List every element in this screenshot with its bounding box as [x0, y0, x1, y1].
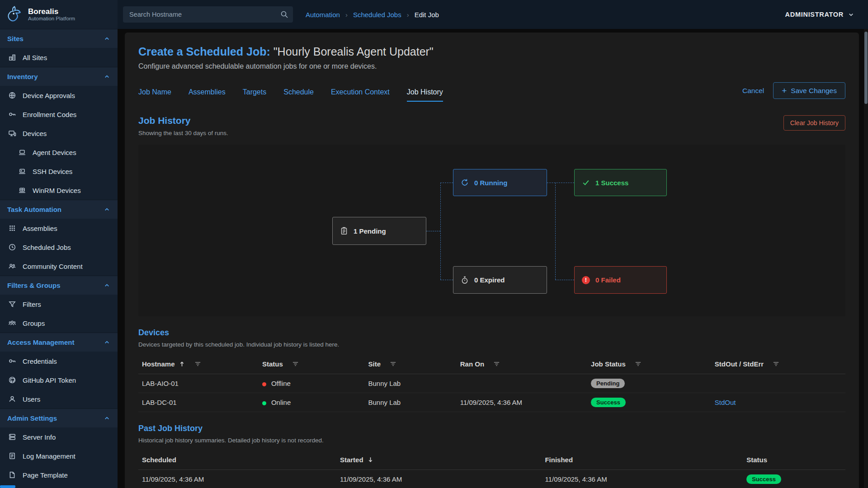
- stdout-link[interactable]: StdOut: [715, 399, 736, 406]
- tab-targets[interactable]: Targets: [243, 88, 266, 102]
- sidebar-section-inventory[interactable]: Inventory: [0, 67, 118, 86]
- sidebar-item-devices[interactable]: Devices: [0, 124, 118, 143]
- checkmark-icon: [582, 178, 590, 187]
- sidebar-item-label: SSH Devices: [33, 168, 72, 175]
- run-finished: 11/09/2025, 4:36 AM: [541, 470, 743, 488]
- col-header-status[interactable]: Status: [259, 354, 365, 374]
- tab-assemblies[interactable]: Assemblies: [189, 88, 226, 102]
- col-header-job-status[interactable]: Job Status: [587, 354, 711, 374]
- clear-job-history-button[interactable]: Clear Job History: [783, 115, 845, 131]
- sidebar-item-label: Log Management: [23, 452, 75, 460]
- filter-icon[interactable]: [493, 361, 500, 367]
- sidebar-item-scheduled-jobs[interactable]: Scheduled Jobs: [0, 238, 118, 257]
- save-changes-button[interactable]: + Save Changes: [773, 82, 845, 99]
- device-stdout-cell: [711, 374, 845, 393]
- server-icon: [8, 433, 16, 441]
- connector-line: [440, 183, 453, 183]
- sidebar-item-users[interactable]: Users: [0, 389, 118, 408]
- devices-icon: [8, 129, 16, 137]
- sidebar-item-groups[interactable]: Groups: [0, 314, 118, 333]
- sidebar-item-label: Devices: [23, 130, 47, 137]
- col-header-site[interactable]: Site: [364, 354, 456, 374]
- search-icon[interactable]: [280, 10, 288, 19]
- page-scrollbar-thumb[interactable]: [864, 32, 868, 104]
- sidebar-item-assemblies[interactable]: Assemblies: [0, 219, 118, 238]
- failed-count-label: 0 Failed: [595, 276, 621, 284]
- connector-line: [426, 231, 440, 231]
- user-menu-label: ADMINISTRATOR: [785, 11, 844, 18]
- device-ran-on: 11/09/2025, 4:36 AM: [457, 393, 587, 412]
- sidebar-section-task-automation[interactable]: Task Automation: [0, 200, 118, 219]
- sidebar-scroll-indicator[interactable]: [0, 485, 15, 488]
- key-icon: [8, 357, 16, 365]
- sidebar-section-admin-settings[interactable]: Admin Settings: [0, 408, 118, 427]
- filter-icon[interactable]: [390, 361, 396, 367]
- col-header-stdout-stderr[interactable]: StdOut / StdErr: [711, 354, 845, 374]
- sidebar-item-winrm-devices[interactable]: WinRM Devices: [0, 181, 118, 200]
- sidebar-item-filters[interactable]: Filters: [0, 295, 118, 314]
- search-input[interactable]: [129, 11, 280, 18]
- hostname-search[interactable]: [123, 6, 293, 23]
- col-header-ran-on[interactable]: Ran On: [457, 354, 587, 374]
- filter-icon[interactable]: [194, 361, 201, 367]
- clock-icon: [8, 243, 16, 251]
- col-header-scheduled[interactable]: Scheduled: [138, 450, 336, 470]
- sidebar-item-log-management[interactable]: Log Management: [0, 446, 118, 465]
- edit-job-card: Create a Scheduled Job: "Hourly Borealis…: [125, 33, 859, 488]
- sidebar-item-enrollment-codes[interactable]: Enrollment Codes: [0, 105, 118, 124]
- sidebar-item-agent-devices[interactable]: Agent Devices: [0, 143, 118, 162]
- connector-line: [555, 280, 574, 280]
- col-header-started[interactable]: Started: [336, 450, 542, 470]
- filter-icon[interactable]: [635, 361, 642, 367]
- tab-schedule[interactable]: Schedule: [283, 88, 314, 102]
- breadcrumb-scheduled-jobs[interactable]: Scheduled Jobs: [353, 11, 401, 19]
- devices-subtitle: Devices targeted by this scheduled job. …: [138, 341, 845, 348]
- sort-ascending-icon[interactable]: [179, 361, 185, 367]
- chevron-up-icon: [104, 339, 110, 346]
- page-title-prefix: Create a Scheduled Job:: [138, 45, 270, 58]
- filter-icon[interactable]: [292, 361, 299, 367]
- laptop-icon: [18, 148, 26, 156]
- past-run-row: 11/09/2025, 4:36 AM 11/09/2025, 4:36 AM …: [138, 470, 845, 488]
- user-menu[interactable]: ADMINISTRATOR: [785, 11, 854, 18]
- sidebar-section-filters-groups[interactable]: Filters & Groups: [0, 276, 118, 295]
- sidebar-item-label: Filters: [23, 300, 41, 308]
- sort-descending-icon[interactable]: [367, 456, 374, 463]
- tab-job-name[interactable]: Job Name: [138, 88, 171, 102]
- col-label-started: Started: [340, 456, 363, 464]
- col-label-ran-on: Ran On: [460, 360, 484, 368]
- sidebar-item-server-info[interactable]: Server Info: [0, 427, 118, 446]
- sidebar-item-device-approvals[interactable]: Device Approvals: [0, 86, 118, 105]
- sidebar-item-community-content[interactable]: Community Content: [0, 257, 118, 276]
- save-changes-label: Save Changes: [791, 87, 837, 95]
- cancel-button[interactable]: Cancel: [742, 87, 764, 95]
- col-header-run-status[interactable]: Status: [743, 450, 845, 470]
- tab-bar: Job Name Assemblies Targets Schedule Exe…: [138, 82, 845, 102]
- col-header-hostname[interactable]: Hostname: [138, 354, 259, 374]
- sidebar-item-all-sites[interactable]: All Sites: [0, 48, 118, 67]
- section-label: Task Automation: [7, 206, 61, 213]
- device-status-cell: Online: [259, 393, 365, 412]
- sidebar-item-github-api-token[interactable]: GitHub API Token: [0, 371, 118, 389]
- sidebar-item-credentials[interactable]: Credentials: [0, 352, 118, 371]
- breadcrumb-automation[interactable]: Automation: [306, 11, 340, 19]
- exclamation-error-icon: [582, 276, 590, 284]
- device-site: Bunny Lab: [364, 374, 456, 393]
- device-ran-on: [457, 374, 587, 393]
- sidebar-item-page-template[interactable]: Page Template: [0, 465, 118, 484]
- github-icon: [8, 376, 16, 384]
- tab-job-history[interactable]: Job History: [407, 88, 443, 102]
- page-scrollbar-track[interactable]: [864, 29, 868, 488]
- col-label-job-status: Job Status: [591, 360, 626, 368]
- col-label-stdout-stderr: StdOut / StdErr: [715, 360, 764, 368]
- sidebar-section-sites[interactable]: Sites: [0, 29, 118, 48]
- sidebar-item-ssh-devices[interactable]: SSH Devices: [0, 162, 118, 181]
- sidebar-section-access-management[interactable]: Access Management: [0, 333, 118, 352]
- tab-execution-context[interactable]: Execution Context: [331, 88, 390, 102]
- buildings-icon: [8, 53, 16, 61]
- col-header-finished[interactable]: Finished: [541, 450, 743, 470]
- clipboard-icon: [340, 227, 348, 235]
- filter-icon[interactable]: [773, 361, 779, 367]
- section-label: Sites: [7, 35, 24, 42]
- sidebar-item-label: WinRM Devices: [33, 187, 81, 194]
